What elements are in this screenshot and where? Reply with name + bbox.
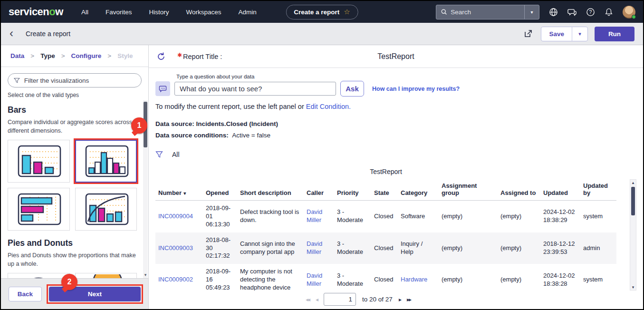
nav-item-favorites[interactable]: Favorites [106, 9, 132, 16]
report-title-label: Report Title : [183, 53, 222, 60]
back-button[interactable]: Back [9, 287, 42, 301]
search-field-area[interactable] [436, 9, 524, 16]
favorite-star-icon[interactable]: ☆ [344, 8, 350, 16]
caller-link[interactable]: David Miller [307, 272, 322, 287]
cell-updated-by: system [580, 264, 616, 291]
column-chart-thumbnail-selected[interactable] [75, 140, 137, 183]
search-icon [441, 9, 447, 15]
horizontal-bar-chart-icon [14, 192, 63, 226]
table-scroll-up-icon[interactable]: ▴ [630, 180, 636, 185]
table-scroll-view: Number▾ Opened Short description Caller … [155, 179, 619, 291]
cell-opened: 2018-09-01 06:13:30 [203, 201, 237, 232]
nav-item-workspaces[interactable]: Workspaces [186, 9, 221, 16]
create-report-pill-button[interactable]: Create a report ☆ [286, 5, 358, 19]
col-header-updated-by[interactable]: Updated by [580, 179, 616, 201]
col-header-assigned-to[interactable]: Assigned to [498, 179, 540, 201]
report-title-value[interactable]: TestReport [377, 52, 414, 61]
caller-link[interactable]: David Miller [307, 208, 322, 223]
share-export-icon[interactable] [522, 28, 534, 40]
caller-link[interactable]: David Miller [307, 240, 322, 255]
col-header-state[interactable]: State [371, 179, 398, 201]
step-configure[interactable]: Configure [71, 52, 102, 59]
logo-green-o: o [49, 6, 55, 18]
user-avatar[interactable] [623, 6, 635, 19]
nav-item-all[interactable]: All [81, 9, 88, 16]
edit-condition-link[interactable]: Edit Condition. [306, 103, 351, 110]
bars-section-title: Bars [8, 105, 137, 115]
question-input[interactable] [174, 82, 336, 96]
category-link[interactable]: Hardware [401, 276, 427, 283]
content-row: Data > Type > Configure > Style Select o… [1, 45, 643, 309]
col-header-priority[interactable]: Priority [334, 179, 371, 201]
pie-chart-thumbnail[interactable] [75, 273, 137, 278]
col-header-assignment-group[interactable]: Assignment group [439, 179, 498, 201]
page-number-input[interactable] [324, 293, 356, 306]
ask-button[interactable]: Ask [340, 81, 364, 97]
step-type[interactable]: Type [40, 52, 55, 59]
table-scrollbar-thumb[interactable] [631, 187, 635, 215]
nav-item-history[interactable]: History [149, 9, 169, 16]
panel-scroll-down-icon[interactable]: ▾ [143, 272, 148, 277]
col-header-number[interactable]: Number▾ [155, 179, 203, 201]
filter-all-label[interactable]: All [172, 151, 180, 158]
save-menu-caret[interactable]: ▾ [572, 27, 587, 41]
table-scrollbar[interactable]: ▴ ▾ [630, 179, 636, 291]
page-title: Create a report [26, 30, 70, 38]
last-page-icon[interactable]: ▸▸ [407, 296, 411, 303]
chat-bubble-icon[interactable] [155, 81, 170, 96]
nav-item-admin[interactable]: Admin [238, 9, 256, 16]
bell-icon[interactable] [604, 7, 614, 17]
report-title-label-wrap: ✱ Report Title : [177, 53, 222, 60]
logo-text: servicen [9, 6, 49, 18]
pareto-chart-thumbnail[interactable] [75, 188, 137, 231]
servicenow-logo[interactable]: servicenow [9, 6, 63, 18]
report-preview-area: ✱ Report Title : TestReport Type a quest… [149, 45, 643, 309]
next-page-icon[interactable]: ▸ [399, 296, 401, 303]
globe-icon[interactable] [548, 7, 558, 17]
col-header-short-description[interactable]: Short description [237, 179, 304, 201]
search-scope-dropdown[interactable]: ▾ [524, 5, 539, 19]
cell-updated-by: admin [580, 232, 616, 264]
chevron-right-icon: > [61, 52, 65, 59]
incident-number-link[interactable]: INC0009003 [158, 244, 193, 252]
question-label: Type a question about your data [176, 74, 643, 79]
col-header-category[interactable]: Category [398, 179, 439, 201]
col-header-updated[interactable]: Updated [540, 179, 580, 201]
report-designer-panel: Data > Type > Configure > Style Select o… [1, 45, 149, 309]
first-page-icon[interactable]: ◂◂ [306, 296, 309, 303]
cell-priority: 3 - Moderate [334, 232, 371, 264]
refresh-icon[interactable] [156, 52, 166, 61]
back-chevron-icon[interactable]: ‹ [10, 28, 13, 39]
funnel-icon[interactable] [155, 151, 163, 158]
next-button-wrap: 2 Next [49, 287, 141, 301]
help-icon[interactable]: ? [586, 7, 595, 17]
step-data[interactable]: Data [10, 52, 24, 59]
col-header-opened[interactable]: Opened [203, 179, 237, 201]
bar-chart-thumbnail[interactable] [8, 140, 70, 183]
improve-results-link[interactable]: How can I improve my results? [372, 86, 460, 92]
conditions-value: Active = false [232, 132, 270, 139]
cell-updated: 2024-12-02 18:38:28 [540, 264, 580, 291]
sort-desc-icon[interactable]: ▾ [183, 191, 186, 196]
incident-number-link[interactable]: INC0009004 [158, 213, 193, 220]
previous-page-icon[interactable]: ◂ [316, 296, 317, 303]
cell-short-description: Cannot sign into the company portal app [237, 232, 304, 264]
col-header-caller[interactable]: Caller [304, 179, 334, 201]
cell-opened: 2018-08-30 02:17:32 [203, 232, 237, 264]
visualization-filter-pill[interactable] [8, 73, 142, 87]
cell-state: Closed [371, 201, 398, 232]
cell-updated: 2024-12-02 18:38:29 [540, 201, 580, 232]
search-input[interactable] [451, 9, 519, 16]
pagination-bar: ◂◂ ◂ to 20 of 27 ▸ ▸▸ [306, 293, 411, 306]
data-source-line: Data source: Incidents.Closed (Incident) [155, 120, 643, 127]
cell-assignment-group: (empty) [439, 201, 498, 232]
chat-icon[interactable] [567, 7, 577, 17]
visualization-filter-input[interactable] [24, 77, 135, 84]
horizontal-bar-chart-thumbnail[interactable] [8, 188, 70, 231]
table-scroll-down-icon[interactable]: ▾ [630, 285, 636, 290]
donut-chart-thumbnail[interactable] [8, 273, 70, 278]
save-button[interactable]: Save [541, 27, 572, 41]
header-actions: Save ▾ Run [522, 27, 634, 41]
run-button[interactable]: Run [595, 27, 634, 41]
incident-number-link[interactable]: INC0009002 [158, 276, 193, 283]
